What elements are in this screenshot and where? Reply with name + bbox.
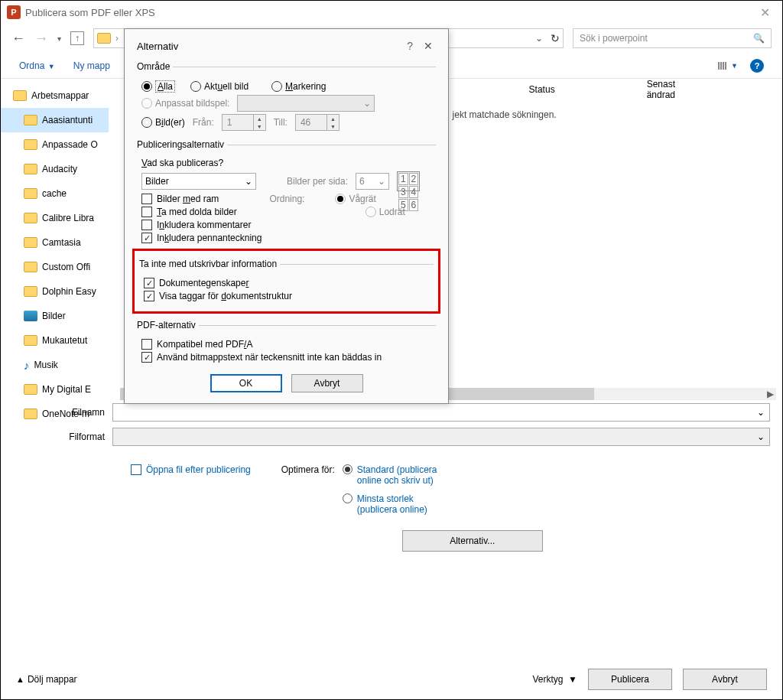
range-group: Område Alla Aktuell bild Markering Anpas…: [137, 61, 436, 133]
order-label: Ordning:: [269, 194, 304, 204]
filename-input[interactable]: ⌄: [112, 403, 770, 422]
opt-min-line1: Minsta storlek: [357, 493, 427, 504]
fileformat-label: Filformat: [13, 431, 105, 442]
bitmap-checkbox[interactable]: Använd bitmappstext när teckensnitt inte…: [141, 352, 382, 363]
help-icon[interactable]: ?: [750, 59, 764, 73]
hide-folders-button[interactable]: ▲Dölj mappar: [16, 674, 77, 685]
history-dropdown-icon[interactable]: ▾: [57, 34, 61, 43]
window-title: Publicera som PDF eller XPS: [25, 7, 155, 18]
order-horizontal-radio: Vågrät: [335, 194, 375, 204]
fileformat-combo[interactable]: ⌄: [112, 428, 770, 446]
publish-options-group: Publiceringsalternativ Vad ska publicera…: [137, 139, 436, 246]
publish-button[interactable]: Publicera: [588, 669, 672, 690]
tree-label: Audacity: [42, 164, 77, 174]
search-input[interactable]: Sök i powerpoint 🔍: [573, 28, 772, 48]
tree-item[interactable]: Audacity: [24, 157, 109, 181]
search-placeholder: Sök i powerpoint: [580, 33, 648, 44]
modal-cancel-button[interactable]: Avbryt: [291, 374, 363, 392]
organize-button[interactable]: Ordna ▼: [19, 60, 55, 71]
doc-props-checkbox[interactable]: Dokumentegenskaper: [144, 278, 249, 288]
forward-icon[interactable]: →: [34, 31, 48, 47]
hidden-checkbox[interactable]: Ta med dolda bilder: [141, 207, 237, 217]
help-icon[interactable]: ?: [399, 40, 421, 52]
folder-icon: [24, 213, 37, 223]
comments-checkbox[interactable]: Inkludera kommentarer: [141, 220, 251, 230]
tree-item[interactable]: My Digital E: [24, 377, 109, 402]
chevron-down-icon[interactable]: ⌄: [757, 431, 765, 442]
title-bar: P Publicera som PDF eller XPS ✕: [1, 1, 782, 24]
footer: ▲Dölj mappar Verktyg ▼ Publicera Avbryt: [1, 659, 782, 699]
tree-label: cache: [42, 188, 67, 199]
tree-label: Calibre Libra: [42, 213, 94, 223]
pictures-icon: [24, 311, 37, 321]
tools-menu[interactable]: Verktyg ▼: [532, 674, 577, 685]
range-selection-radio[interactable]: Markering: [271, 81, 326, 92]
range-to-label: Till:: [274, 117, 288, 128]
opt-std-line1: Standard (publicera: [357, 464, 437, 475]
chevron-down-icon[interactable]: ⌄: [757, 407, 765, 418]
view-options-button[interactable]: ▼: [718, 62, 738, 70]
tree-label: Dolphin Easy: [42, 286, 96, 297]
range-current-radio[interactable]: Aktuell bild: [190, 81, 249, 92]
frame-checkbox[interactable]: Bilder med ram: [141, 194, 219, 204]
folder-icon: [24, 409, 37, 419]
range-slides-radio[interactable]: Bild(er): [141, 117, 185, 128]
tree-item[interactable]: Mukautetut: [24, 328, 109, 353]
tree-item[interactable]: Calibre Libra: [24, 206, 109, 230]
column-status[interactable]: Status: [529, 84, 555, 95]
folder-icon: [24, 188, 37, 199]
custom-show-radio: Anpassat bildspel:: [141, 98, 229, 109]
tree-root[interactable]: Arbetsmappar: [13, 83, 109, 108]
options-button[interactable]: Alternativ...: [402, 530, 543, 552]
tree-item[interactable]: Aaasiantunti: [1, 108, 109, 132]
chevron-down-icon: ⌄: [363, 98, 371, 109]
chevron-down-icon[interactable]: ⌄: [535, 33, 543, 44]
tree-item[interactable]: ♪Musik: [24, 353, 109, 377]
tree-item[interactable]: Custom Offi: [24, 255, 109, 279]
tree-item[interactable]: Camtasia: [24, 230, 109, 255]
cancel-button[interactable]: Avbryt: [683, 669, 767, 690]
tree-item[interactable]: Bilder: [24, 304, 109, 328]
tree-item[interactable]: Anpassade O: [24, 132, 109, 157]
opt-min-line2: (publicera online): [357, 504, 427, 515]
folder-icon: [24, 335, 37, 346]
range-to-spinner: 46▲▼: [295, 114, 340, 131]
range-from-label: Från:: [193, 117, 214, 128]
tree-item[interactable]: cache: [24, 181, 109, 206]
breadcrumb-chevron-icon: ›: [115, 33, 119, 44]
publish-what-combo[interactable]: Bilder⌄: [141, 173, 256, 190]
chevron-down-icon[interactable]: ⌄: [245, 176, 252, 187]
lower-panel: Öppna fil efter publicering Optimera för…: [1, 449, 782, 552]
tree-item[interactable]: Dolphin Easy: [24, 279, 109, 304]
handout-layout-icon: 123456: [397, 171, 420, 191]
range-from-spinner: 1▲▼: [222, 114, 266, 131]
folder-icon: [24, 139, 37, 150]
ok-button[interactable]: OK: [210, 374, 282, 392]
new-folder-button[interactable]: Ny mapp: [73, 60, 110, 71]
fileformat-row: Filformat ⌄: [1, 425, 782, 449]
close-icon[interactable]: ✕: [421, 40, 436, 52]
column-modified[interactable]: Senast ändrad: [647, 79, 675, 100]
tree-item[interactable]: OneNote-m: [24, 402, 109, 426]
scroll-right-icon[interactable]: ▶: [764, 388, 776, 400]
range-legend: Område: [137, 61, 173, 72]
options-title-bar: Alternativ ? ✕: [137, 37, 436, 55]
up-icon[interactable]: ↑: [70, 31, 84, 45]
optimize-standard-radio[interactable]: Standard (publicera online och skriv ut): [343, 464, 543, 486]
nonprint-highlight: Ta inte med utskrivbar information Dokum…: [132, 249, 440, 314]
close-icon[interactable]: ✕: [754, 5, 776, 20]
optimize-minimum-radio[interactable]: Minsta storlek (publicera online): [343, 493, 543, 515]
pdfa-checkbox[interactable]: Kompatibel med PDF/A: [141, 339, 252, 350]
pdf-legend: PDF-alternativ: [137, 320, 199, 330]
open-after-checkbox[interactable]: Öppna fil efter publicering: [131, 464, 251, 475]
options-title: Alternativ: [137, 41, 178, 52]
folder-icon: [97, 33, 111, 44]
range-all-radio[interactable]: Alla: [141, 80, 175, 93]
tree-label: Arbetsmappar: [31, 90, 89, 101]
tree-label: Anpassade O: [42, 139, 98, 150]
back-icon[interactable]: ←: [11, 31, 25, 47]
doc-tags-checkbox[interactable]: Visa taggar för dokumentstruktur: [144, 291, 292, 301]
powerpoint-icon: P: [7, 5, 21, 19]
ink-checkbox[interactable]: Inkludera pennanteckning: [141, 233, 262, 243]
refresh-icon[interactable]: ↻: [551, 32, 560, 44]
